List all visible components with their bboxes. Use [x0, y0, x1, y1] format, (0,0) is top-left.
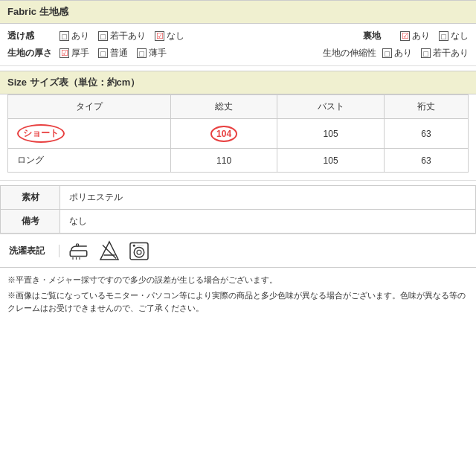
- stretch-ari-label: あり: [394, 47, 412, 60]
- transparency-options: □ あり □ 若干あり ☑ なし: [60, 30, 184, 42]
- transparency-wakakan: □ 若干あり: [98, 30, 146, 42]
- cell-bust-long: 105: [277, 149, 384, 173]
- transparency-label: 透け感: [7, 30, 60, 42]
- stretch-options: □ あり □ 若干あり: [382, 47, 469, 60]
- thickness-options: ☑ 厚手 □ 普通 □ 薄手: [60, 47, 167, 60]
- cell-yukitake-short: 63: [384, 119, 468, 149]
- material-label: 素材: [1, 186, 60, 210]
- laundry-section: 洗濯表記: [0, 234, 476, 268]
- checkbox-stretch-wakakan: □: [421, 48, 431, 58]
- fabric-row-thickness: 生地の厚さ ☑ 厚手 □ 普通 □ 薄手 生地の伸縮性 □: [7, 47, 469, 60]
- lining-ari-label: あり: [412, 30, 430, 42]
- svg-rect-0: [70, 251, 87, 257]
- transparency-ari-label: あり: [71, 30, 89, 42]
- transparency-ari: □ あり: [60, 30, 89, 42]
- checkbox-lining-nashi: □: [439, 31, 448, 41]
- size-table: タイプ 総丈 バスト 裄丈 ショート 104 105 63: [7, 94, 469, 173]
- laundry-icons: [68, 239, 150, 262]
- thickness-futsu: □ 普通: [98, 47, 128, 60]
- svg-rect-1: [77, 244, 79, 246]
- lining-ari: ☑ あり: [400, 30, 430, 42]
- fabric-row-transparency: 透け感 □ あり □ 若干あり ☑ なし 裏地 ☑: [7, 30, 469, 42]
- size-table-header-row: タイプ 総丈 バスト 裄丈: [8, 95, 469, 119]
- table-row: ショート 104 105 63: [8, 119, 469, 149]
- checkbox-thickness-usude: □: [137, 48, 147, 58]
- material-table: 素材 ポリエステル 備考 なし: [0, 185, 476, 234]
- footer-note-1: ※平置き・メジャー採寸ですので多少の誤差が生じる場合がございます。: [7, 274, 469, 286]
- stretch-wakakan-label: 若干あり: [433, 47, 469, 60]
- checkbox-transparency-ari: □: [60, 31, 69, 41]
- iron-icon: [68, 239, 91, 262]
- fabric-section: 透け感 □ あり □ 若干あり ☑ なし 裏地 ☑: [0, 24, 476, 66]
- checkbox-stretch-ari: □: [382, 48, 392, 58]
- svg-marker-5: [100, 242, 118, 260]
- laundry-label: 洗濯表記: [9, 245, 60, 257]
- transparency-nashi-label: なし: [167, 30, 184, 42]
- checkbox-transparency-nashi: ☑: [155, 31, 164, 41]
- nobleach-icon: [98, 239, 120, 262]
- transparency-wakakan-label: 若干あり: [110, 30, 146, 42]
- note-row: 備考 なし: [1, 210, 476, 234]
- thickness-atsude-label: 厚手: [71, 47, 89, 60]
- thickness-futsu-label: 普通: [110, 47, 128, 60]
- lining-nashi: □ なし: [439, 30, 469, 42]
- thickness-label: 生地の厚さ: [7, 47, 60, 60]
- note-label: 備考: [1, 210, 60, 234]
- fabric-section-header: Fabric 生地感: [0, 0, 476, 24]
- cell-type-short: ショート: [8, 119, 171, 149]
- svg-point-10: [137, 250, 141, 254]
- size-section-header: Size サイズ表（単位：約cm）: [0, 71, 476, 94]
- col-yukitake: 裄丈: [384, 95, 468, 119]
- col-bust: バスト: [277, 95, 384, 119]
- stretch-wakakan: □ 若干あり: [421, 47, 469, 60]
- lining-options: ☑ あり □ なし: [400, 30, 469, 42]
- material-row: 素材 ポリエステル: [1, 186, 476, 210]
- stretch-ari: □ あり: [382, 47, 412, 60]
- wash-icon: [128, 239, 150, 262]
- thickness-usude-label: 薄手: [149, 47, 167, 60]
- svg-point-9: [134, 248, 144, 258]
- sodate-short-circled: 104: [210, 126, 237, 142]
- col-sodate: 総丈: [170, 95, 277, 119]
- lining-label: 裏地: [363, 30, 400, 42]
- footer-notes: ※平置き・メジャー採寸ですので多少の誤差が生じる場合がございます。 ※画像はご覧…: [0, 268, 476, 320]
- cell-sodate-short: 104: [170, 119, 277, 149]
- page-wrapper: Fabric 生地感 透け感 □ あり □ 若干あり ☑ なし: [0, 0, 476, 320]
- checkbox-lining-ari: ☑: [400, 31, 410, 41]
- checkbox-thickness-atsude: ☑: [60, 48, 69, 58]
- type-short-circled: ショート: [17, 124, 65, 143]
- stretch-label: 生地の伸縮性: [323, 47, 382, 60]
- cell-bust-short: 105: [277, 119, 384, 149]
- checkbox-thickness-futsu: □: [98, 48, 108, 58]
- material-value: ポリエステル: [60, 186, 476, 210]
- checkbox-transparency-wakakan: □: [98, 31, 108, 41]
- thickness-atsude: ☑ 厚手: [60, 47, 89, 60]
- thickness-usude: □ 薄手: [137, 47, 167, 60]
- note-value: なし: [60, 210, 476, 234]
- size-title: Size サイズ表（単位：約cm）: [7, 77, 140, 88]
- transparency-nashi: ☑ なし: [155, 30, 184, 42]
- col-type: タイプ: [8, 95, 171, 119]
- cell-yukitake-long: 63: [384, 149, 468, 173]
- material-section: 素材 ポリエステル 備考 なし: [0, 185, 476, 234]
- footer-note-2: ※画像はご覧になっているモニター・パソコン等により実際の商品と多少色味が異なる場…: [7, 289, 469, 315]
- fabric-title: Fabric 生地感: [7, 6, 68, 17]
- cell-sodate-long: 110: [170, 149, 277, 173]
- cell-type-long: ロング: [8, 149, 171, 173]
- size-section: タイプ 総丈 バスト 裄丈 ショート 104 105 63: [0, 94, 476, 181]
- svg-point-11: [133, 245, 135, 247]
- lining-nashi-label: なし: [451, 30, 469, 42]
- table-row: ロング 110 105 63: [8, 149, 469, 173]
